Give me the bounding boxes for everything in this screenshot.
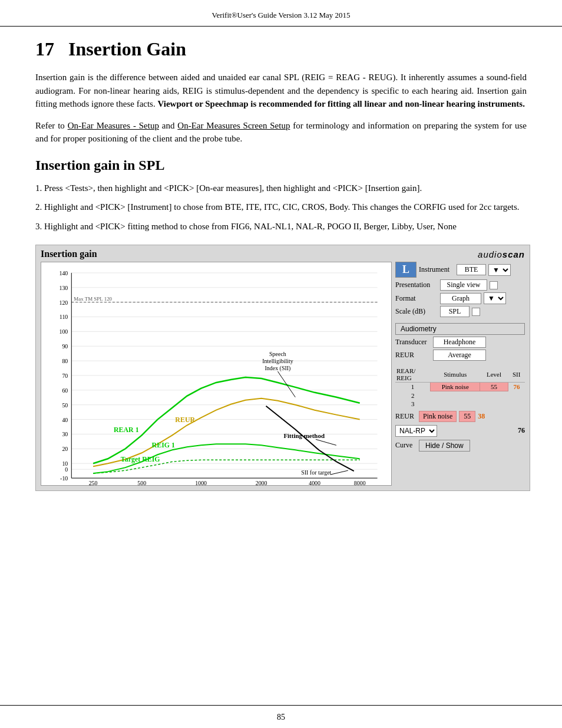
svg-text:30: 30 bbox=[62, 431, 68, 437]
svg-text:Index (SII): Index (SII) bbox=[265, 365, 291, 372]
right-panel: L Instrument BTE ▼ Presentation Single v… bbox=[395, 262, 525, 486]
nalrp-num: 76 bbox=[518, 426, 525, 435]
svg-text:60: 60 bbox=[62, 387, 68, 394]
instrument-dropdown[interactable]: ▼ bbox=[488, 264, 511, 276]
svg-text:140: 140 bbox=[59, 270, 68, 276]
format-dropdown[interactable]: ▼ bbox=[484, 292, 506, 304]
steps-list: Press <Tests>, then highlight and <PICK>… bbox=[35, 182, 527, 233]
scale-row: Scale (dB) SPL bbox=[395, 306, 525, 317]
curve-row: Curve Hide / Show bbox=[395, 440, 525, 452]
svg-line-53 bbox=[330, 470, 348, 475]
svg-text:4000: 4000 bbox=[309, 480, 320, 485]
svg-text:70: 70 bbox=[62, 373, 68, 379]
svg-text:100: 100 bbox=[59, 328, 68, 335]
nalrp-dropdown[interactable]: NAL-RP bbox=[395, 425, 437, 437]
row-3-level[interactable] bbox=[480, 400, 508, 408]
section-title: Insertion gain in SPL bbox=[35, 157, 527, 173]
panel-title: Insertion gain bbox=[41, 249, 97, 259]
table-row: 1 Pink noise 55 76 bbox=[395, 383, 525, 391]
transducer-value[interactable]: Headphone bbox=[433, 337, 486, 348]
reur-label-setting: REUR bbox=[395, 351, 431, 360]
svg-text:500: 500 bbox=[137, 480, 146, 485]
step-2: Highlight and <PICK> [Instrument] to cho… bbox=[35, 200, 527, 214]
ref-link-2[interactable]: On-Ear Measures Screen Setup bbox=[177, 121, 290, 130]
ref-link-1[interactable]: On-Ear Measures - Setup bbox=[68, 121, 159, 130]
svg-text:8000: 8000 bbox=[354, 480, 366, 485]
presentation-checkbox[interactable] bbox=[490, 281, 498, 289]
table-row: 2 bbox=[395, 391, 525, 400]
col-rear-reig: REAR/REIG bbox=[395, 367, 431, 383]
svg-text:130: 130 bbox=[59, 285, 68, 291]
svg-text:2000: 2000 bbox=[256, 480, 267, 485]
audiometry-button[interactable]: Audiometry bbox=[395, 323, 525, 335]
presentation-row: Presentation Single view bbox=[395, 279, 525, 291]
reur-setting-row: REUR Average bbox=[395, 350, 525, 361]
curve-label: Curve bbox=[395, 441, 416, 450]
col-level: Level bbox=[480, 367, 508, 383]
svg-text:REIG 1: REIG 1 bbox=[152, 441, 175, 449]
format-row: Format Graph ▼ bbox=[395, 292, 525, 304]
instrument-label: Instrument bbox=[419, 265, 454, 274]
svg-text:Intelligibility: Intelligibility bbox=[262, 358, 293, 364]
page-footer: 85 bbox=[0, 705, 562, 728]
svg-text:1000: 1000 bbox=[195, 480, 207, 485]
svg-text:120: 120 bbox=[59, 299, 68, 306]
svg-text:REAR 1: REAR 1 bbox=[114, 426, 139, 434]
presentation-value[interactable]: Single view bbox=[440, 279, 487, 291]
svg-text:90: 90 bbox=[62, 343, 68, 350]
col-stimulus: Stimulus bbox=[431, 367, 480, 383]
row-2-sii bbox=[508, 391, 525, 400]
reur-data-label: REUR bbox=[395, 412, 416, 421]
row-2-num: 2 bbox=[395, 391, 431, 400]
table-row: 3 bbox=[395, 400, 525, 408]
svg-text:50: 50 bbox=[62, 402, 68, 409]
row-3-stimulus[interactable] bbox=[431, 400, 480, 408]
svg-line-49 bbox=[277, 371, 295, 397]
svg-text:Speech: Speech bbox=[269, 351, 286, 357]
svg-text:-10: -10 bbox=[60, 475, 68, 482]
format-value[interactable]: Graph bbox=[440, 293, 481, 304]
ref-paragraph: Refer to On-Ear Measures - Setup and On-… bbox=[35, 119, 527, 146]
reur-data-sii: 38 bbox=[478, 412, 485, 421]
svg-text:110: 110 bbox=[59, 314, 68, 320]
intro-paragraph: Insertion gain is the difference between… bbox=[35, 71, 527, 111]
svg-text:80: 80 bbox=[62, 358, 68, 364]
svg-line-51 bbox=[316, 439, 336, 445]
step-1: Press <Tests>, then highlight and <PICK>… bbox=[35, 182, 527, 195]
reur-data-row: REUR Pink noise 55 38 bbox=[395, 411, 525, 422]
reur-data-stimulus[interactable]: Pink noise bbox=[419, 411, 457, 422]
svg-text:250: 250 bbox=[89, 480, 98, 485]
row-3-sii bbox=[508, 400, 525, 408]
row-2-level[interactable] bbox=[480, 391, 508, 400]
svg-text:20: 20 bbox=[62, 446, 68, 452]
reur-data-level[interactable]: 55 bbox=[459, 411, 475, 422]
row-3-num: 3 bbox=[395, 400, 431, 408]
page-header: Verifit®User's Guide Version 3.12 May 20… bbox=[0, 0, 562, 27]
step-3: Highlight and <PICK> fitting method to c… bbox=[35, 220, 527, 233]
reur-setting-value[interactable]: Average bbox=[433, 350, 486, 361]
scale-label: Scale (dB) bbox=[395, 307, 438, 316]
row-2-stimulus[interactable] bbox=[431, 391, 480, 400]
transducer-row: Transducer Headphone bbox=[395, 337, 525, 348]
svg-text:REUR: REUR bbox=[175, 416, 195, 424]
format-label: Format bbox=[395, 294, 438, 303]
row-1-stimulus[interactable]: Pink noise bbox=[431, 383, 480, 391]
page-number: 85 bbox=[277, 713, 285, 722]
insertion-gain-panel: Insertion gain audioscan 140 130 120 110… bbox=[35, 245, 530, 491]
instrument-row: L Instrument BTE ▼ bbox=[395, 262, 525, 278]
svg-text:0: 0 bbox=[65, 466, 68, 473]
instrument-value[interactable]: BTE bbox=[457, 264, 486, 275]
chapter-title: 17 Insertion Gain bbox=[35, 38, 527, 60]
scale-checkbox[interactable] bbox=[472, 308, 480, 316]
stimulus-table: REAR/REIG Stimulus Level SII 1 Pink nois… bbox=[395, 367, 525, 408]
header-text: Verifit®User's Guide Version 3.12 May 20… bbox=[211, 11, 350, 19]
col-sii: SII bbox=[508, 367, 525, 383]
presentation-label: Presentation bbox=[395, 281, 438, 289]
hide-show-button[interactable]: Hide / Show bbox=[419, 440, 470, 452]
audioscan-logo: audioscan bbox=[478, 249, 525, 259]
left-ear-indicator[interactable]: L bbox=[395, 262, 416, 278]
row-1-level[interactable]: 55 bbox=[480, 383, 508, 391]
svg-text:Max TM SPL 120: Max TM SPL 120 bbox=[74, 296, 112, 302]
row-1-num: 1 bbox=[395, 383, 431, 391]
scale-value[interactable]: SPL bbox=[440, 306, 470, 317]
